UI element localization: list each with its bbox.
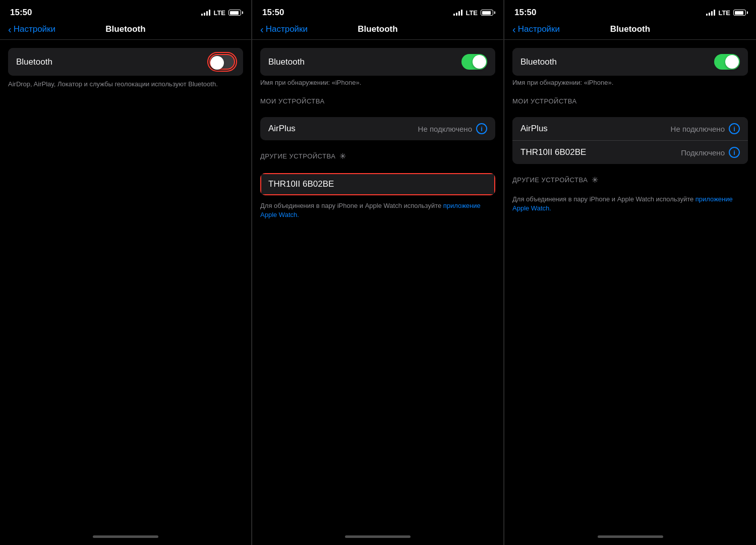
chevron-left-icon-1: ‹ (8, 24, 12, 34)
home-bar-3 (598, 535, 663, 538)
home-bar-2 (345, 535, 411, 538)
status-time-1: 15:50 (10, 8, 32, 18)
other-devices-header-label-2: ДРУГИЕ УСТРОЙСТВА (260, 152, 335, 160)
bluetooth-label-3: Bluetooth (520, 57, 557, 67)
signal-bars-3 (706, 10, 715, 16)
device-row-airplus-3[interactable]: AirPlus Не подключено i (512, 117, 748, 140)
status-icons-3: LTE (706, 9, 746, 17)
chevron-left-icon-3: ‹ (512, 24, 516, 34)
device-status-group-airplus-2: Не подключено i (418, 123, 487, 134)
spinner-icon-3: ✳ (592, 175, 599, 185)
signal-bar-3-2 (709, 13, 710, 16)
status-icons-1: LTE (201, 9, 241, 17)
nav-bar-2: ‹ Настройки Bluetooth (252, 22, 503, 39)
nav-bar-3: ‹ Настройки Bluetooth (504, 22, 756, 39)
nav-back-3[interactable]: ‹ Настройки (512, 24, 560, 34)
nav-back-2[interactable]: ‹ Настройки (260, 24, 308, 34)
status-bar-3: 15:50 LTE (504, 0, 756, 22)
battery-fill-3 (735, 11, 743, 15)
device-status-airplus-2: Не подключено (418, 125, 472, 133)
device-status-group-airplus-3: Не подключено i (671, 123, 740, 134)
content-2: Bluetooth Имя при обнаружении: «iPhone».… (252, 40, 503, 528)
nav-back-label-2[interactable]: Настройки (266, 24, 308, 34)
phone-panel-1: 15:50 LTE ‹ Настройки Bluetooth Bluetoot… (0, 0, 252, 545)
device-row-airplus-2[interactable]: AirPlus Не подключено i (260, 117, 495, 140)
signal-bar-1 (201, 14, 203, 16)
home-indicator-3 (504, 528, 756, 545)
nav-back-label-3[interactable]: Настройки (518, 24, 560, 34)
battery-icon-3 (733, 10, 746, 16)
device-name-thr10-2: THR10II 6B02BE (268, 179, 334, 189)
signal-bar-3-4 (714, 10, 715, 16)
my-devices-header-label-2: МОИ УСТРОЙСТВА (260, 97, 325, 105)
other-devices-header-2: ДРУГИЕ УСТРОЙСТВА ✳ (252, 140, 503, 165)
signal-bar-2-4 (461, 10, 462, 16)
bluetooth-row-1: Bluetooth (8, 48, 243, 76)
device-name-airplus-3: AirPlus (520, 124, 548, 134)
device-row-thr10-3[interactable]: THR10II 6B02BE Подключено i (512, 140, 748, 164)
other-devices-section-2: THR10II 6B02BE (260, 173, 495, 195)
my-devices-section-3: AirPlus Не подключено i THR10II 6B02BE П… (512, 117, 748, 164)
device-name-airplus-2: AirPlus (268, 124, 296, 134)
bluetooth-row-2: Bluetooth (260, 48, 495, 76)
phone-panel-3: 15:50 LTE ‹ Настройки Bluetooth Bluetoot… (504, 0, 756, 545)
lte-label-3: LTE (718, 9, 730, 17)
signal-bar-2 (204, 13, 205, 16)
battery-icon-1 (228, 10, 241, 16)
footer-text-3: Для объединения в пару iPhone и Apple Wa… (512, 195, 695, 203)
status-time-2: 15:50 (262, 8, 284, 18)
info-button-airplus-3[interactable]: i (729, 123, 740, 134)
bluetooth-label-2: Bluetooth (268, 57, 305, 67)
device-status-airplus-3: Не подключено (671, 125, 725, 133)
toggle-thumb-2 (473, 55, 486, 69)
bluetooth-toggle-1[interactable] (209, 54, 235, 70)
my-devices-header-2: МОИ УСТРОЙСТВА (252, 86, 503, 109)
discovery-text-2: Имя при обнаружении: «iPhone». (252, 76, 503, 86)
bluetooth-info-1: AirDrop, AirPlay, Локатор и службы геоло… (0, 76, 251, 89)
home-indicator-2 (252, 528, 503, 545)
signal-bar-4 (209, 10, 210, 16)
status-bar-1: 15:50 LTE (0, 0, 251, 22)
chevron-left-icon-2: ‹ (260, 24, 264, 34)
status-icons-2: LTE (453, 9, 493, 17)
bluetooth-section-2: Bluetooth (260, 48, 495, 76)
my-devices-section-2: AirPlus Не подключено i (260, 117, 495, 140)
home-indicator-1 (0, 528, 251, 545)
status-bar-2: 15:50 LTE (252, 0, 503, 22)
battery-icon-2 (481, 10, 493, 16)
status-time-3: 15:50 (514, 8, 536, 18)
content-1: Bluetooth AirDrop, AirPlay, Локатор и сл… (0, 40, 251, 528)
signal-bar-3-1 (706, 14, 708, 16)
bluetooth-section-3: Bluetooth (512, 48, 748, 76)
other-devices-header-label-3: ДРУГИЕ УСТРОЙСТВА (512, 176, 588, 184)
bluetooth-toggle-3[interactable] (714, 54, 740, 70)
bluetooth-label-1: Bluetooth (16, 57, 52, 67)
nav-title-1: Bluetooth (105, 24, 145, 34)
phone-panel-2: 15:50 LTE ‹ Настройки Bluetooth Bluetoot… (252, 0, 504, 545)
info-button-airplus-2[interactable]: i (476, 123, 487, 134)
signal-bar-3 (206, 11, 208, 16)
toggle-thumb-1 (210, 56, 224, 70)
info-button-thr10-3[interactable]: i (729, 147, 740, 158)
nav-back-label-1[interactable]: Настройки (14, 24, 55, 34)
discovery-text-3: Имя при обнаружении: «iPhone». (504, 76, 756, 86)
signal-bar-2-2 (456, 13, 457, 16)
content-3: Bluetooth Имя при обнаружении: «iPhone».… (504, 40, 756, 528)
signal-bar-2-3 (458, 11, 460, 16)
spinner-icon-2: ✳ (339, 151, 346, 161)
nav-title-3: Bluetooth (610, 24, 650, 34)
my-devices-header-label-3: МОИ УСТРОЙСТВА (512, 97, 577, 105)
battery-fill-1 (230, 11, 239, 15)
battery-fill-2 (482, 11, 491, 15)
device-row-thr10-2[interactable]: THR10II 6B02BE (260, 173, 495, 195)
lte-label-2: LTE (466, 9, 478, 17)
lte-label-1: LTE (213, 9, 225, 17)
bluetooth-row-3: Bluetooth (512, 48, 748, 76)
footer-text-2: Для объединения в пару iPhone и Apple Wa… (260, 202, 443, 209)
nav-bar-1: ‹ Настройки Bluetooth (0, 22, 251, 39)
nav-back-1[interactable]: ‹ Настройки (8, 24, 55, 34)
device-name-thr10-3: THR10II 6B02BE (520, 147, 586, 157)
my-devices-header-3: МОИ УСТРОЙСТВА (504, 86, 756, 109)
bluetooth-section-1: Bluetooth (8, 48, 243, 76)
bluetooth-toggle-2[interactable] (461, 54, 487, 70)
